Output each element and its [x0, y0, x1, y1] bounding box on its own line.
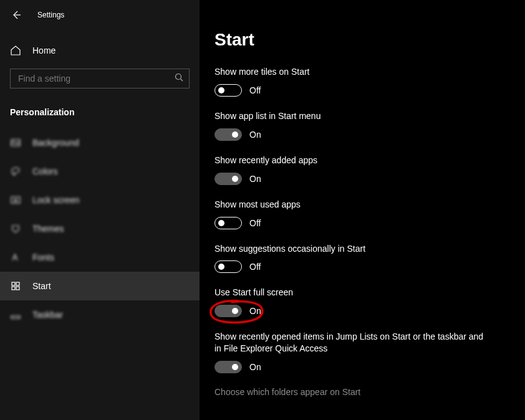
sidebar-item-themes[interactable]: Themes — [0, 214, 200, 243]
sidebar-item-start[interactable]: Start — [0, 272, 200, 300]
svg-rect-8 — [11, 316, 20, 318]
setting-label: Show app list in Start menu — [214, 110, 510, 122]
setting-recently-added: Show recently added apps On — [214, 155, 510, 185]
toggle-state: Off — [249, 262, 261, 272]
section-title: Personalization — [0, 95, 200, 128]
sidebar-item-background[interactable]: Background — [0, 128, 200, 157]
home-nav[interactable]: Home — [0, 39, 200, 62]
palette-icon — [10, 166, 21, 177]
setting-label: Show recently opened items in Jump Lists… — [214, 331, 489, 355]
sidebar-item-lock-screen[interactable]: Lock screen — [0, 186, 200, 214]
toggle-state: On — [249, 306, 261, 316]
setting-label: Use Start full screen — [214, 287, 510, 298]
home-icon — [10, 45, 21, 56]
start-icon — [10, 280, 21, 292]
window-title: Settings — [37, 11, 64, 19]
toggle-show-more-tiles[interactable] — [214, 84, 242, 97]
setting-suggestions: Show suggestions occasionally in Start O… — [214, 243, 510, 274]
toggle-most-used[interactable] — [214, 217, 242, 229]
sidebar-item-colors[interactable]: Colors — [0, 157, 200, 186]
svg-rect-3 — [14, 199, 17, 201]
sidebar-item-label: Themes — [32, 224, 64, 234]
toggle-jump-lists[interactable] — [214, 361, 242, 373]
themes-icon — [10, 223, 21, 234]
sidebar-item-taskbar[interactable]: Taskbar — [0, 300, 200, 329]
sidebar: Settings Home Personalization Background — [0, 0, 200, 420]
toggle-suggestions[interactable] — [214, 260, 242, 273]
svg-rect-7 — [16, 287, 19, 290]
toggle-show-app-list[interactable] — [214, 128, 242, 141]
setting-jump-lists: Show recently opened items in Jump Lists… — [214, 331, 510, 373]
back-button[interactable] — [10, 9, 22, 21]
toggle-recently-added[interactable] — [214, 173, 242, 185]
sidebar-item-label: Taskbar — [32, 310, 63, 320]
toggle-state: Off — [249, 85, 261, 95]
home-label: Home — [32, 45, 55, 55]
toggle-state: On — [249, 174, 261, 184]
setting-label: Show more tiles on Start — [214, 66, 510, 78]
setting-label: Show most used apps — [214, 199, 510, 211]
setting-label: Show recently added apps — [214, 155, 510, 166]
lock-screen-icon — [10, 194, 21, 206]
toggle-state: Off — [249, 218, 261, 228]
search-wrap — [10, 69, 190, 88]
toggle-state: On — [249, 130, 261, 140]
picture-icon — [10, 137, 21, 148]
svg-rect-6 — [12, 287, 15, 290]
fonts-icon — [10, 252, 21, 263]
sidebar-item-fonts[interactable]: Fonts — [0, 243, 200, 272]
sidebar-item-label: Colors — [32, 166, 57, 176]
toggle-full-screen[interactable] — [214, 305, 242, 317]
choose-folders-link[interactable]: Choose which folders appear on Start — [214, 387, 510, 397]
sidebar-item-label: Lock screen — [32, 195, 79, 205]
setting-show-app-list: Show app list in Start menu On — [214, 110, 510, 141]
sidebar-item-label: Fonts — [32, 252, 54, 262]
svg-rect-5 — [16, 282, 19, 285]
main-content: Start Show more tiles on Start Off Show … — [200, 0, 525, 420]
taskbar-icon — [10, 309, 21, 320]
setting-most-used: Show most used apps Off — [214, 199, 510, 229]
window-header: Settings — [0, 0, 200, 29]
setting-full-screen: Use Start full screen On — [214, 287, 510, 317]
page-title: Start — [214, 30, 510, 50]
setting-show-more-tiles: Show more tiles on Start Off — [214, 66, 510, 97]
setting-label: Show suggestions occasionally in Start — [214, 243, 510, 255]
svg-rect-2 — [11, 197, 20, 203]
arrow-left-icon — [11, 10, 21, 20]
sidebar-item-label: Start — [32, 281, 51, 291]
sidebar-item-label: Background — [32, 138, 79, 148]
toggle-state: On — [249, 362, 261, 372]
search-input[interactable] — [10, 69, 190, 88]
svg-rect-4 — [12, 282, 15, 285]
